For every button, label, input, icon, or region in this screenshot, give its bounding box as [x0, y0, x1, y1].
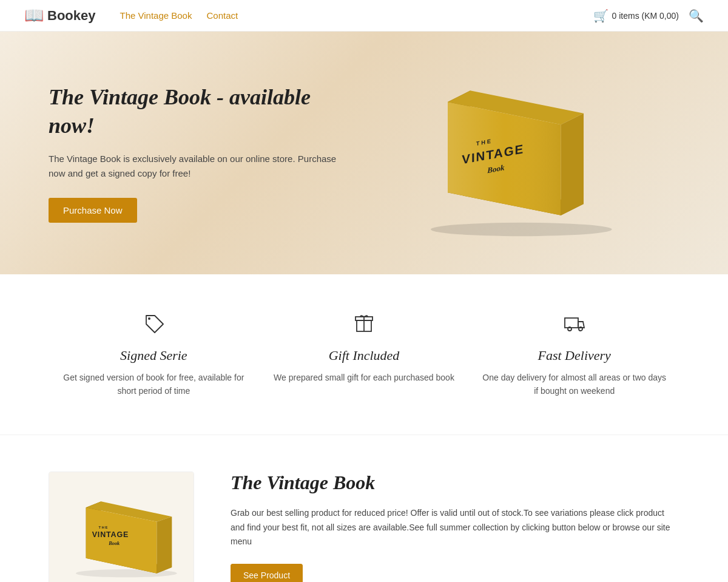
product-card-image: THE VINTAGE Book — [49, 472, 194, 582]
delivery-icon — [481, 311, 667, 340]
tag-icon — [61, 311, 247, 340]
feature-gift-included-title: Gift Included — [271, 348, 457, 364]
hero-description: The Vintage Book is exclusively availabl… — [49, 152, 352, 181]
cart-text: 0 items (KM 0,00) — [612, 11, 679, 21]
product-section: THE VINTAGE Book The Vintage Book KM 19 … — [0, 435, 728, 582]
cart-icon: 🛒 — [593, 8, 608, 23]
feature-gift-included-desc: We prepared small gift for each purchase… — [271, 371, 457, 384]
search-button[interactable]: 🔍 — [689, 8, 704, 23]
features-section: Signed Serie Get signed version of book … — [0, 274, 728, 435]
logo[interactable]: 📖 Bookey — [24, 6, 95, 25]
see-product-button[interactable]: See Product — [231, 564, 303, 582]
product-book-image: THE VINTAGE Book — [61, 484, 182, 581]
svg-text:VINTAGE: VINTAGE — [92, 530, 129, 538]
site-header: 📖 Bookey The Vintage Book Contact 🛒 0 it… — [0, 0, 728, 32]
feature-signed-serie-desc: Get signed version of book for free, ava… — [61, 371, 247, 398]
nav-vintage-book[interactable]: The Vintage Book — [120, 10, 192, 21]
svg-rect-14 — [565, 318, 578, 328]
book-image: THE VINTAGE Book — [400, 68, 631, 238]
feature-gift-included: Gift Included We prepared small gift for… — [259, 311, 470, 398]
logo-text: Bookey — [47, 8, 95, 24]
feature-fast-delivery: Fast Delivery One day delivery for almos… — [469, 311, 679, 398]
svg-point-10 — [148, 317, 150, 320]
product-info: The Vintage Book Grab our best selling p… — [231, 472, 679, 582]
hero-title: The Vintage Book - available now! — [49, 83, 352, 140]
main-nav: The Vintage Book Contact — [120, 10, 593, 21]
svg-marker-22 — [157, 516, 172, 573]
svg-text:THE: THE — [99, 526, 109, 529]
feature-signed-serie: Signed Serie Get signed version of book … — [49, 311, 259, 398]
svg-marker-5 — [561, 113, 584, 215]
svg-text:Book: Book — [108, 541, 120, 546]
nav-contact[interactable]: Contact — [206, 10, 238, 21]
hero-section: The Vintage Book - available now! The Vi… — [0, 32, 728, 274]
feature-fast-delivery-title: Fast Delivery — [481, 348, 667, 364]
svg-point-0 — [431, 223, 612, 236]
product-description: Grab our best selling product for reduce… — [231, 506, 679, 549]
product-title: The Vintage Book — [231, 472, 679, 494]
product-card: THE VINTAGE Book The Vintage Book KM 19 — [49, 472, 194, 582]
feature-fast-delivery-desc: One day delivery for almost all areas or… — [481, 371, 667, 398]
cart-button[interactable]: 🛒 0 items (KM 0,00) — [593, 8, 679, 23]
feature-signed-serie-title: Signed Serie — [61, 348, 247, 364]
gift-icon — [271, 311, 457, 340]
purchase-now-button[interactable]: Purchase Now — [49, 198, 137, 223]
hero-image: THE VINTAGE Book — [352, 68, 679, 238]
hero-text: The Vintage Book - available now! The Vi… — [49, 83, 352, 223]
logo-icon: 📖 — [24, 6, 44, 25]
header-right: 🛒 0 items (KM 0,00) 🔍 — [593, 8, 704, 23]
